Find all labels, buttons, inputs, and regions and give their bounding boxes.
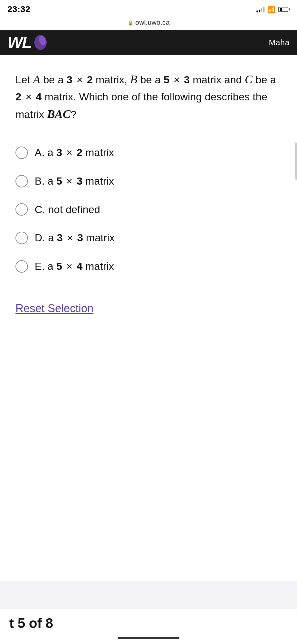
option-item-A[interactable]: A. a 3 × 2 matrix: [15, 138, 282, 167]
option-label-B: B. a 5 × 3 matrix: [35, 174, 114, 189]
option-item-C[interactable]: C. not defined: [15, 195, 282, 224]
radio-E[interactable]: [15, 260, 28, 273]
option-label-C: C. not defined: [35, 202, 100, 217]
option-label-E: E. a 5 × 4 matrix: [35, 259, 114, 274]
main-content: Let A be a 3 × 2 matrix, B be a 5 × 3 ma…: [0, 55, 297, 581]
option-item-E[interactable]: E. a 5 × 4 matrix: [15, 252, 282, 281]
url-text: owl.uwo.ca: [136, 19, 170, 27]
option-label-A: A. a 3 × 2 matrix: [35, 145, 114, 160]
radio-C[interactable]: [15, 203, 28, 216]
reset-selection-link[interactable]: Reset Selection: [15, 302, 93, 315]
radio-D[interactable]: [15, 232, 28, 244]
url-bar: 🔒 owl.uwo.ca: [0, 17, 297, 30]
radio-A[interactable]: [15, 147, 28, 159]
signal-icon: [256, 6, 265, 12]
options-list: A. a 3 × 2 matrix B. a 5 × 3 matrix C. n…: [15, 138, 282, 280]
question-text: Let A be a 3 × 2 matrix, B be a 5 × 3 ma…: [15, 70, 282, 123]
app-header: WL Maha: [0, 30, 297, 55]
battery-icon: [278, 7, 290, 12]
lock-icon: 🔒: [127, 20, 134, 26]
option-label-D: D. a 3 × 3 matrix: [35, 230, 114, 245]
logo-text: WL: [7, 33, 31, 52]
status-icons: 📶: [256, 6, 290, 13]
option-item-B[interactable]: B. a 5 × 3 matrix: [15, 167, 282, 195]
home-indicator: [0, 634, 297, 644]
header-logo: WL: [7, 33, 48, 52]
page-indicator-text: t 5 of 8: [9, 616, 53, 631]
wifi-icon: 📶: [268, 6, 275, 13]
page-indicator: t 5 of 8: [0, 609, 297, 634]
page-footer: t 5 of 8: [0, 609, 297, 644]
header-right-text: Maha: [269, 38, 290, 47]
status-bar: 23:32 📶: [0, 0, 297, 17]
home-bar: [118, 637, 179, 639]
scroll-indicator: [295, 142, 297, 180]
option-item-D[interactable]: D. a 3 × 3 matrix: [15, 224, 282, 252]
status-time: 23:32: [7, 4, 30, 14]
logo-leaf-icon: [33, 34, 48, 50]
radio-B[interactable]: [15, 175, 28, 187]
